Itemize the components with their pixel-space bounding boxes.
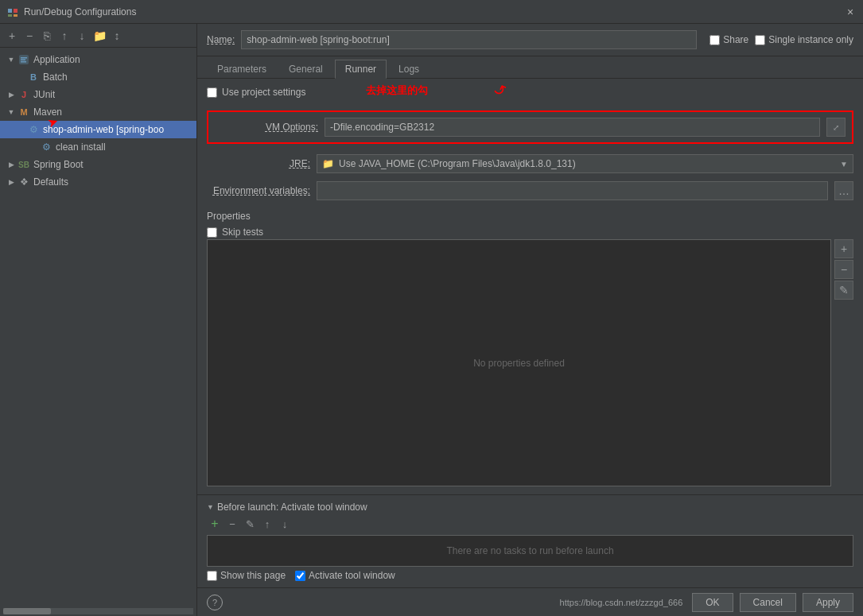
move-down-button[interactable]: ↓ (75, 29, 89, 43)
spring-icon: SB (17, 158, 30, 171)
sidebar-tree: ▼ Application B Batch ▶ (0, 48, 196, 606)
properties-label: Properties (207, 211, 251, 222)
sidebar-item-maven[interactable]: ▼ M Maven (0, 103, 196, 121)
sidebar-item-batch[interactable]: B Batch (0, 68, 196, 86)
sidebar-toolbar: + − ⎘ ↑ ↓ 📁 ↕ (0, 24, 196, 48)
single-instance-label: Single instance only (768, 34, 853, 45)
close-button[interactable]: × (844, 6, 857, 18)
sidebar-item-spring-boot[interactable]: ▶ SB Spring Boot (0, 156, 196, 173)
junit-icon: J (17, 88, 30, 101)
single-instance-area: Single instance only (755, 34, 853, 45)
before-launch-up-button[interactable]: ↑ (259, 516, 275, 532)
expand-arrow-spring: ▶ (6, 160, 16, 169)
sidebar-item-junit[interactable]: ▶ J JUnit (0, 86, 196, 103)
expand-arrow-shop (16, 125, 25, 134)
svg-rect-6 (21, 60, 25, 61)
name-row: Name: Share Single instance only (197, 24, 863, 56)
maven-icon: M (17, 106, 30, 118)
vm-options-expand-button[interactable]: ⤢ (826, 118, 846, 137)
expand-arrow-application: ▼ (6, 55, 16, 64)
properties-add-button[interactable]: + (834, 239, 853, 258)
show-page-label: Show this page (220, 570, 286, 581)
skip-tests-row: Skip tests (207, 225, 853, 239)
vm-options-input[interactable] (325, 118, 820, 137)
expand-arrow-clean (29, 142, 38, 152)
properties-table: No properties defined (207, 239, 831, 486)
defaults-label: Defaults (33, 176, 68, 188)
sidebar-item-clean-install[interactable]: ⚙ clean install ➤ (0, 138, 196, 156)
before-launch-down-button[interactable]: ↓ (277, 516, 293, 532)
window-title: Run/Debug Configurations (24, 6, 857, 17)
sidebar-scroll-thumb (3, 608, 51, 614)
jre-folder-icon: 📁 (322, 158, 334, 169)
before-launch-section: ▼ Before launch: Activate tool window + … (197, 494, 863, 587)
jre-select[interactable]: 📁 Use JAVA_HOME (C:\Program Files\Java\j… (317, 154, 853, 173)
svg-rect-3 (14, 14, 17, 17)
expand-arrow-defaults: ▶ (6, 177, 16, 187)
skip-tests-checkbox[interactable] (207, 227, 217, 238)
application-icon (17, 53, 30, 66)
expand-arrow-maven: ▼ (6, 107, 16, 117)
bottom-left: ? (207, 595, 223, 610)
tab-general[interactable]: General (278, 59, 333, 78)
sidebar-scrollbar[interactable] (3, 608, 193, 614)
sidebar-item-application[interactable]: ▼ Application (0, 51, 196, 68)
clean-label: clean install (56, 141, 106, 153)
before-launch-add-button[interactable]: + (207, 516, 223, 532)
use-project-settings-row: Use project settings (207, 87, 853, 98)
tab-parameters[interactable]: Parameters (207, 59, 277, 78)
expand-arrow-batch (16, 72, 25, 82)
no-tasks-text: There are no tasks to run before launch (446, 545, 613, 556)
jre-row: JRE: 📁 Use JAVA_HOME (C:\Program Files\J… (207, 153, 853, 174)
sidebar-item-shop-admin-web[interactable]: ⚙ shop-admin-web [spring-boo (0, 121, 196, 138)
properties-header: Properties (207, 207, 853, 225)
help-button[interactable]: ? (207, 595, 223, 610)
cancel-button[interactable]: Cancel (740, 593, 796, 612)
svg-rect-1 (14, 9, 17, 13)
tab-runner[interactable]: Runner (335, 60, 387, 79)
tab-logs[interactable]: Logs (388, 59, 430, 78)
skip-tests-label: Skip tests (222, 227, 263, 238)
jre-select-text: 📁 Use JAVA_HOME (C:\Program Files\Java\j… (322, 158, 576, 169)
use-project-settings-label: Use project settings (222, 87, 305, 98)
shop-label: shop-admin-web [spring-boo (43, 124, 164, 135)
sort-button[interactable]: ↕ (110, 29, 124, 43)
apply-button[interactable]: Apply (803, 593, 853, 612)
activate-tool-window-row: Activate tool window (295, 570, 395, 581)
properties-remove-button[interactable]: − (834, 260, 853, 279)
application-label: Application (33, 54, 80, 65)
vm-options-row: VM Options: ⤢ (215, 117, 846, 138)
add-config-button[interactable]: + (5, 29, 19, 43)
tabs-bar: Parameters General Runner Logs (197, 56, 863, 79)
bottom-right: OK Cancel Apply (692, 593, 853, 612)
name-input[interactable] (241, 30, 697, 49)
name-label: Name: (207, 34, 235, 45)
move-up-button[interactable]: ↑ (57, 29, 72, 43)
env-vars-input[interactable] (317, 181, 828, 200)
remove-config-button[interactable]: − (22, 29, 37, 43)
content-body: Use project settings 去掉这里的勾 ↶ VM Options… (197, 79, 863, 494)
single-instance-checkbox[interactable] (755, 35, 765, 45)
share-checkbox[interactable] (709, 35, 720, 45)
folder-button[interactable]: 📁 (92, 29, 107, 43)
use-project-settings-checkbox[interactable] (207, 87, 217, 98)
sidebar-item-defaults[interactable]: ▶ ❖ Defaults (0, 173, 196, 191)
env-vars-dots-button[interactable]: … (834, 181, 853, 200)
svg-rect-2 (8, 14, 12, 17)
expand-arrow-junit: ▶ (6, 90, 16, 99)
batch-label: Batch (43, 72, 68, 83)
before-launch-remove-button[interactable]: − (224, 516, 240, 532)
ok-button[interactable]: OK (692, 593, 733, 612)
before-launch-header: ▼ Before launch: Activate tool window (207, 502, 853, 513)
properties-edit-button[interactable]: ✎ (834, 281, 853, 300)
env-vars-row: Environment variables: … (207, 180, 853, 201)
show-page-checkbox[interactable] (207, 571, 217, 581)
collapse-arrow[interactable]: ▼ (207, 503, 214, 511)
before-launch-label: Before launch: Activate tool window (217, 502, 367, 513)
activate-tool-window-checkbox[interactable] (295, 571, 305, 581)
svg-rect-5 (21, 57, 27, 59)
spring-label: Spring Boot (33, 159, 84, 170)
copy-config-button[interactable]: ⎘ (40, 29, 54, 43)
activate-tool-window-label: Activate tool window (309, 570, 395, 581)
before-launch-edit-button[interactable]: ✎ (242, 516, 258, 532)
